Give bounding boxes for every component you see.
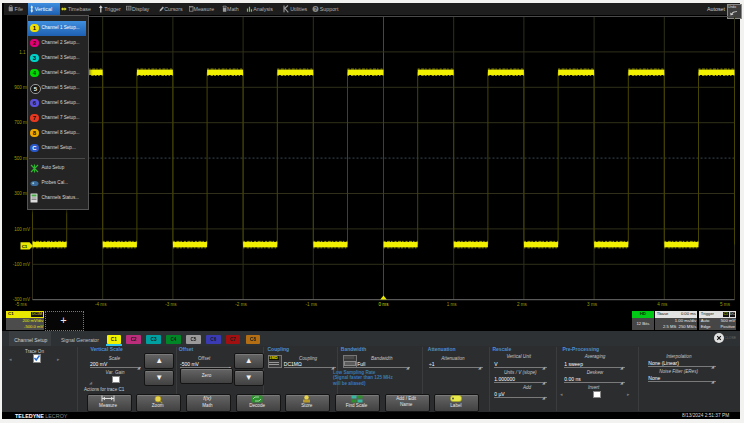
svg-text:5 ms: 5 ms: [720, 302, 731, 307]
svg-text:-1 ms: -1 ms: [306, 302, 318, 307]
svg-text:-2 ms: -2 ms: [235, 302, 247, 307]
svg-text:4 ms: 4 ms: [657, 302, 668, 307]
svg-text:C1: C1: [22, 244, 28, 249]
svg-text:3 ms: 3 ms: [587, 302, 598, 307]
svg-text:1 ms: 1 ms: [447, 302, 458, 307]
svg-text:-3 ms: -3 ms: [165, 302, 177, 307]
svg-text:100 mV: 100 mV: [14, 227, 31, 232]
svg-text:-4 ms: -4 ms: [95, 302, 107, 307]
svg-text:-5 ms: -5 ms: [15, 302, 27, 307]
svg-text:2 ms: 2 ms: [517, 302, 528, 307]
svg-text:0 ms: 0 ms: [379, 302, 390, 307]
svg-text:-100 mV: -100 mV: [13, 262, 31, 267]
